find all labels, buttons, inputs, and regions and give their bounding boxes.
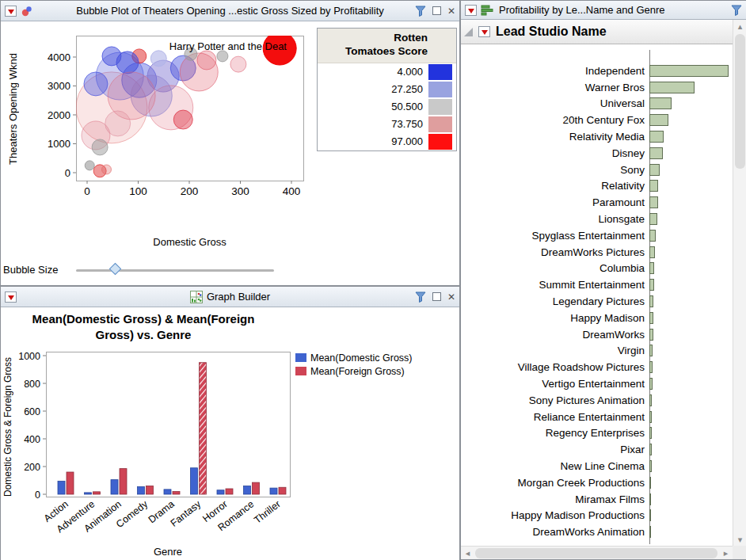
- bar-domestic-gross[interactable]: [191, 468, 198, 494]
- studio-bar[interactable]: [649, 526, 651, 538]
- bubble-size-slider-track[interactable]: [76, 269, 274, 272]
- studio-bar[interactable]: [649, 509, 651, 521]
- scroll-right-icon[interactable]: ▸: [719, 547, 733, 559]
- studio-label[interactable]: Legendary Pictures: [461, 295, 649, 307]
- maximize-icon[interactable]: [432, 6, 441, 15]
- studio-label[interactable]: Spyglass Entertainment: [461, 230, 649, 242]
- bubble-point[interactable]: [105, 111, 131, 136]
- studio-label[interactable]: Sony: [461, 164, 649, 176]
- maximize-icon[interactable]: [432, 292, 441, 301]
- studio-label[interactable]: DreamWorks Animation: [461, 526, 649, 538]
- close-icon[interactable]: ✕: [447, 6, 455, 16]
- red-triangle-menu-icon[interactable]: [5, 6, 17, 17]
- studio-bar[interactable]: [649, 345, 653, 356]
- bubble-point[interactable]: [85, 161, 94, 170]
- bar-foreign-gross[interactable]: [226, 489, 233, 494]
- bar-domestic-gross[interactable]: [85, 493, 92, 494]
- studio-bar[interactable]: [649, 230, 656, 242]
- legend-color-swatch[interactable]: [428, 99, 452, 115]
- studio-bar[interactable]: [649, 164, 660, 176]
- studio-label[interactable]: Sony Pictures Animation: [461, 394, 649, 406]
- studio-bar[interactable]: [649, 114, 668, 126]
- legend-color-swatch[interactable]: [428, 116, 452, 132]
- studio-label[interactable]: Reliance Entertainment: [461, 411, 649, 423]
- studio-bar[interactable]: [649, 444, 652, 455]
- studio-bar[interactable]: [649, 329, 653, 341]
- studio-label[interactable]: Disney: [461, 147, 649, 159]
- scroll-left-icon[interactable]: ◂: [461, 547, 474, 559]
- studio-label[interactable]: Morgan Creek Productions: [461, 477, 649, 489]
- bar-foreign-gross[interactable]: [67, 472, 74, 494]
- scroll-down-icon[interactable]: ▾: [733, 533, 746, 546]
- legend-color-swatch[interactable]: [428, 82, 452, 97]
- horizontal-scroll-thumb[interactable]: [475, 548, 717, 558]
- scroll-up-icon[interactable]: ▴: [733, 20, 746, 32]
- filter-icon[interactable]: [415, 291, 426, 303]
- studio-bar[interactable]: [649, 460, 652, 472]
- studio-label[interactable]: Summit Entertainment: [461, 279, 649, 291]
- bubble-size-slider-thumb[interactable]: [109, 263, 122, 276]
- series-legend-swatch[interactable]: [295, 353, 306, 362]
- studio-label[interactable]: 20th Century Fox: [461, 114, 649, 126]
- studio-bar[interactable]: [649, 394, 652, 406]
- studio-bar[interactable]: [649, 82, 695, 93]
- series-legend-swatch[interactable]: [295, 367, 306, 375]
- bar-foreign-gross[interactable]: [173, 492, 180, 495]
- studio-bar[interactable]: [649, 312, 653, 324]
- bubble-point[interactable]: [217, 51, 228, 62]
- studio-bar[interactable]: [649, 411, 652, 423]
- red-triangle-menu-icon[interactable]: [465, 5, 477, 16]
- bubble-point[interactable]: [102, 165, 112, 174]
- bar-foreign-gross[interactable]: [93, 492, 101, 494]
- studio-bar[interactable]: [649, 427, 652, 439]
- collapse-triangle-icon[interactable]: [464, 28, 473, 36]
- bubble-point[interactable]: [230, 56, 246, 72]
- studio-label[interactable]: Relativity: [461, 180, 649, 192]
- bar-foreign-gross[interactable]: [200, 363, 207, 494]
- bubble-point[interactable]: [116, 51, 139, 74]
- bubble-point[interactable]: [92, 139, 108, 155]
- studio-bar[interactable]: [649, 246, 655, 258]
- studio-bar[interactable]: [649, 147, 663, 159]
- studio-bar[interactable]: [649, 262, 654, 274]
- red-triangle-menu-icon[interactable]: [478, 26, 490, 37]
- studio-label[interactable]: Relativity Media: [461, 131, 649, 143]
- studio-bar[interactable]: [649, 65, 729, 77]
- studio-bar[interactable]: [649, 378, 653, 390]
- bar-domestic-gross[interactable]: [270, 488, 277, 494]
- bar-domestic-gross[interactable]: [58, 481, 65, 494]
- legend-color-swatch[interactable]: [428, 64, 452, 80]
- bar-domestic-gross[interactable]: [111, 480, 118, 494]
- studio-label[interactable]: Independent: [461, 65, 649, 77]
- studio-bar[interactable]: [649, 131, 664, 143]
- studio-label[interactable]: Lionsgate: [461, 213, 649, 225]
- bubble-point[interactable]: [150, 51, 166, 67]
- studio-label[interactable]: DreamWorks Pictures: [461, 246, 649, 258]
- studio-label[interactable]: Pixar: [461, 444, 649, 455]
- studio-bar[interactable]: [649, 295, 653, 307]
- studio-label[interactable]: Virgin: [461, 345, 649, 356]
- bubble-point[interactable]: [84, 72, 108, 96]
- bar-domestic-gross[interactable]: [244, 486, 251, 495]
- studio-label[interactable]: Columbia: [461, 262, 649, 274]
- bar-domestic-gross[interactable]: [217, 490, 224, 494]
- bubble-point[interactable]: [197, 51, 216, 70]
- red-triangle-menu-icon[interactable]: [5, 291, 17, 303]
- horizontal-scrollbar[interactable]: ◂ ▸: [461, 546, 733, 559]
- close-icon[interactable]: ✕: [447, 292, 455, 302]
- studio-bar[interactable]: [649, 361, 653, 373]
- studio-label[interactable]: Vertigo Entertainment: [461, 378, 649, 390]
- studio-bar[interactable]: [649, 493, 651, 505]
- bar-foreign-gross[interactable]: [279, 487, 286, 494]
- studio-bar[interactable]: [649, 196, 658, 208]
- bar-foreign-gross[interactable]: [120, 469, 127, 494]
- filter-icon[interactable]: [731, 5, 742, 16]
- vertical-scrollbar[interactable]: ▴ ▾: [733, 20, 746, 546]
- filter-icon[interactable]: [415, 6, 426, 17]
- studio-label[interactable]: Regency Enterprises: [461, 427, 649, 439]
- studio-bar[interactable]: [649, 180, 658, 192]
- studio-label[interactable]: Warner Bros: [461, 82, 649, 93]
- grouped-bar-chart-plot[interactable]: 02004006008001000ActionAdventureAnimatio…: [1, 331, 459, 560]
- studio-label[interactable]: Village Roadshow Pictures: [461, 361, 649, 373]
- vertical-scroll-thumb[interactable]: [735, 34, 745, 169]
